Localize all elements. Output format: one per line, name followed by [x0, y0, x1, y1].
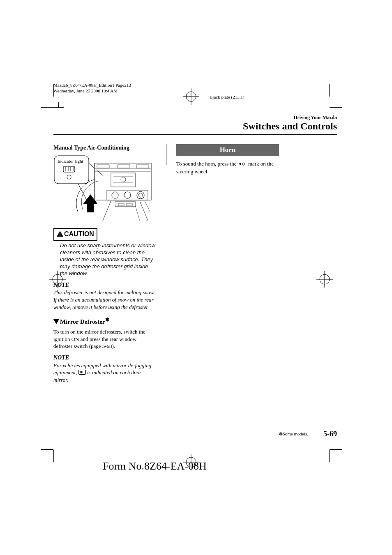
- svg-line-22: [78, 184, 87, 201]
- svg-rect-26: [97, 165, 109, 168]
- svg-text:!: !: [59, 232, 60, 237]
- section-rule: [53, 134, 337, 135]
- horn-body: To sound the horn, press the mark on the…: [176, 160, 279, 175]
- crop-mark: [41, 107, 53, 108]
- svg-rect-29: [111, 173, 136, 187]
- svg-rect-39: [118, 203, 124, 206]
- warning-triangle-icon: !: [57, 230, 63, 239]
- svg-rect-28: [118, 165, 130, 168]
- svg-point-35: [124, 192, 131, 198]
- caution-label: CAUTION: [64, 230, 94, 237]
- caution-box: ! CAUTION: [53, 228, 97, 241]
- form-number: Form No.8Z64-EA-08H: [103, 460, 207, 472]
- svg-rect-38: [115, 202, 136, 207]
- crop-mark: [41, 449, 53, 450]
- mirror-defroster-heading: Mirror Defroster: [60, 318, 105, 325]
- ac-heading: Manual Type Air-Conditioning: [53, 144, 156, 152]
- crop-mark: [329, 450, 330, 462]
- horn-icon: [238, 161, 247, 168]
- svg-point-30: [121, 177, 126, 182]
- asterisk-icon: ✽: [279, 431, 283, 436]
- indicator-light-text: Indicator light: [58, 158, 83, 164]
- note-body: This defroster is not designed for melti…: [53, 289, 156, 311]
- caution-text: Do not use sharp instruments or window c…: [60, 242, 156, 277]
- crop-mark: [53, 450, 54, 462]
- svg-point-20: [67, 175, 71, 179]
- svg-point-37: [138, 193, 143, 197]
- mirror-defroster-body: To turn on the mirror defrosters, switch…: [53, 328, 156, 350]
- note-heading-2: NOTE: [53, 354, 156, 362]
- doc-date: Wednesday, June 25 2008 10:4 AM: [53, 88, 337, 94]
- svg-rect-23: [95, 163, 151, 200]
- svg-point-34: [112, 192, 118, 198]
- asterisk-icon: ✽: [105, 317, 109, 322]
- svg-line-42: [140, 201, 148, 221]
- svg-point-36: [137, 191, 144, 199]
- dashboard-illustration: Indicator light: [53, 155, 152, 225]
- svg-line-43: [136, 207, 140, 221]
- some-models-note: ✽Some models.: [279, 431, 308, 437]
- triangle-bullet-icon: [53, 319, 59, 324]
- horn-title: Horn: [176, 144, 279, 156]
- section-title: Switches and Controls: [53, 121, 337, 132]
- svg-line-41: [103, 201, 111, 221]
- doc-id: Mazda6_8Z64-EA-08H_Edition1 Page213: [53, 82, 337, 88]
- defroster-icon: [78, 370, 86, 375]
- page-number: 5-69: [323, 430, 337, 438]
- note-body-2: For vehicles equipped with mirror de-fog…: [53, 362, 156, 384]
- svg-line-44: [145, 201, 150, 212]
- section-small: Driving Your Mazda: [53, 115, 337, 121]
- svg-rect-27: [136, 165, 149, 168]
- column-divider: [166, 144, 166, 165]
- crop-mark: [330, 449, 342, 450]
- svg-line-21: [89, 163, 103, 175]
- svg-rect-40: [127, 203, 132, 206]
- note-heading: NOTE: [53, 281, 156, 289]
